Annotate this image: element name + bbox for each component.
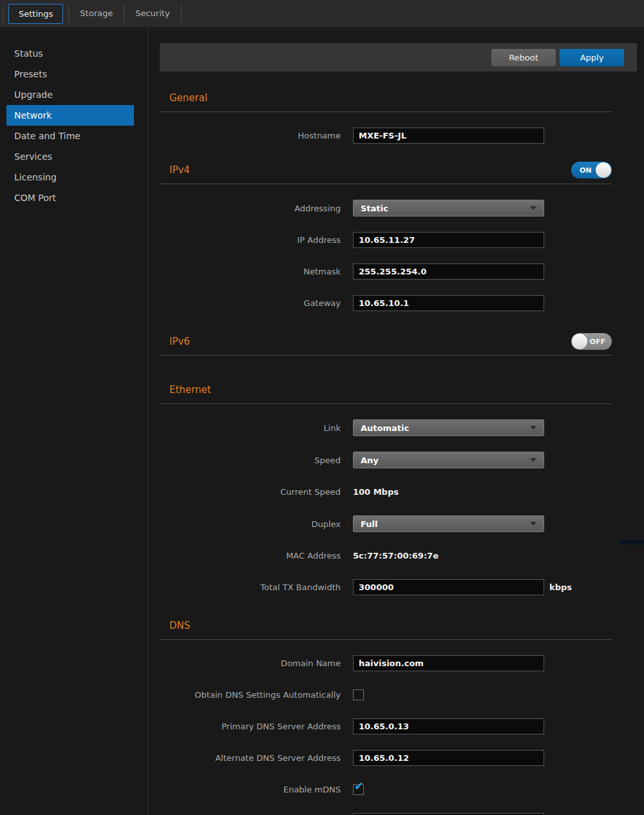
tab-settings-label: Settings: [19, 9, 53, 19]
duplex-label: Duplex: [160, 519, 341, 529]
sidebar-item-status[interactable]: Status: [0, 43, 134, 64]
domain-name-label: Domain Name: [160, 658, 341, 668]
current-speed-label: Current Speed: [160, 487, 341, 497]
addressing-label: Addressing: [160, 204, 341, 213]
addressing-select[interactable]: Static: [353, 200, 544, 216]
ipv4-toggle-state-label: ON: [580, 166, 592, 175]
sidebar-item-presets[interactable]: Presets: [0, 64, 134, 84]
tab-security-label: Security: [135, 8, 169, 18]
link-selected-value: Automatic: [361, 423, 530, 433]
sidebar-item-com-port[interactable]: COM Port: [0, 187, 134, 208]
top-tab-bar: Settings Storage Security: [0, 0, 644, 27]
apply-button[interactable]: Apply: [560, 49, 624, 66]
sidebar-item-licensing[interactable]: Licensing: [0, 167, 134, 187]
addressing-selected-value: Static: [361, 204, 530, 213]
checkmark-icon: ✔: [354, 780, 364, 792]
speed-row: Speed Any: [160, 452, 612, 468]
page-body: Status Presets Upgrade Network Date and …: [0, 27, 644, 815]
alternate-dns-input[interactable]: [353, 750, 544, 766]
sidebar-item-network[interactable]: Network: [6, 105, 134, 126]
chevron-down-icon: [530, 206, 536, 210]
section-ethernet: Ethernet Link Automatic Speed Any: [160, 381, 612, 595]
ipv6-toggle[interactable]: OFF: [571, 333, 612, 350]
hostname-row: Hostname: [160, 128, 612, 144]
mac-address-row: MAC Address 5c:77:57:00:69:7e: [160, 548, 612, 564]
total-tx-bandwidth-label: Total TX Bandwidth: [160, 582, 341, 592]
gateway-row: Gateway: [160, 295, 612, 311]
ipv4-toggle[interactable]: ON: [571, 162, 612, 178]
netmask-row: Netmask: [160, 264, 612, 280]
section-dns: DNS Domain Name Obtain DNS Settings Auto…: [160, 617, 612, 815]
sidebar-item-services[interactable]: Services: [0, 146, 134, 167]
domain-name-row: Domain Name: [160, 655, 612, 671]
link-label: Link: [160, 423, 341, 433]
ipv6-section-title: IPv6: [169, 336, 190, 347]
mac-address-value: 5c:77:57:00:69:7e: [353, 551, 439, 561]
primary-dns-input[interactable]: [353, 718, 544, 734]
app-root: Settings Storage Security Status Presets…: [0, 0, 644, 815]
toolbar: Reboot Apply: [160, 43, 637, 72]
alternate-dns-label: Alternate DNS Server Address: [160, 753, 341, 763]
ip-address-label: IP Address: [160, 235, 341, 245]
tab-settings[interactable]: Settings: [8, 4, 63, 24]
total-tx-bandwidth-input[interactable]: [353, 579, 544, 595]
obtain-dns-label: Obtain DNS Settings Automatically: [160, 690, 341, 700]
gateway-input[interactable]: [353, 295, 544, 311]
section-divider: [160, 111, 612, 112]
ip-address-input[interactable]: [353, 232, 544, 248]
speed-label: Speed: [160, 455, 341, 465]
netmask-label: Netmask: [160, 267, 341, 276]
link-row: Link Automatic: [160, 419, 612, 436]
domain-name-input[interactable]: [353, 655, 544, 671]
hostname-input[interactable]: [353, 128, 544, 144]
obtain-dns-checkbox[interactable]: [353, 689, 364, 700]
toggle-knob: [596, 162, 611, 178]
section-divider: [160, 184, 612, 184]
section-divider: [160, 403, 612, 404]
duplex-select[interactable]: Full: [353, 515, 544, 532]
netmask-input[interactable]: [353, 264, 544, 280]
scrollbar-thumb[interactable]: [620, 540, 644, 545]
sidebar-item-upgrade[interactable]: Upgrade: [0, 84, 134, 105]
link-select[interactable]: Automatic: [353, 419, 544, 436]
main-content: Reboot Apply General Hostname IPv4: [160, 27, 637, 815]
chevron-down-icon: [530, 458, 536, 462]
enable-mdns-row: Enable mDNS ✔: [160, 781, 612, 798]
sidebar-item-date-and-time[interactable]: Date and Time: [0, 126, 134, 146]
total-tx-bandwidth-unit: kbps: [549, 582, 572, 592]
chevron-down-icon: [530, 522, 536, 526]
section-divider: [160, 639, 612, 640]
enable-mdns-label: Enable mDNS: [160, 785, 341, 794]
speed-selected-value: Any: [361, 455, 530, 465]
toggle-knob: [572, 334, 587, 349]
section-divider: [160, 355, 612, 356]
duplex-row: Duplex Full: [160, 515, 612, 532]
ethernet-section-title: Ethernet: [169, 384, 211, 396]
duplex-selected-value: Full: [361, 519, 530, 529]
tab-storage-label: Storage: [80, 8, 113, 18]
enable-mdns-checkbox[interactable]: ✔: [353, 784, 364, 795]
obtain-dns-row: Obtain DNS Settings Automatically: [160, 687, 612, 703]
addressing-row: Addressing Static: [160, 200, 612, 216]
tab-security[interactable]: Security: [124, 0, 180, 27]
tab-storage[interactable]: Storage: [69, 0, 124, 27]
section-general: General Hostname: [160, 90, 612, 144]
chevron-down-icon: [530, 426, 536, 430]
ipv6-toggle-state-label: OFF: [590, 338, 605, 346]
primary-dns-label: Primary DNS Server Address: [160, 722, 341, 731]
tab-divider: [181, 5, 182, 23]
tab-divider: [3, 5, 3, 23]
current-speed-row: Current Speed 100 Mbps: [160, 484, 612, 500]
primary-dns-row: Primary DNS Server Address: [160, 718, 612, 734]
sidebar: Status Presets Upgrade Network Date and …: [0, 27, 148, 815]
mac-address-label: MAC Address: [160, 551, 341, 561]
ipv4-section-title: IPv4: [169, 164, 190, 176]
speed-select[interactable]: Any: [353, 452, 544, 468]
current-speed-value: 100 Mbps: [353, 487, 399, 497]
gateway-label: Gateway: [160, 298, 341, 308]
total-tx-bandwidth-row: Total TX Bandwidth kbps: [160, 579, 612, 595]
reboot-button[interactable]: Reboot: [491, 49, 556, 66]
section-ipv6: IPv6 OFF: [160, 333, 612, 356]
hostname-label: Hostname: [160, 131, 341, 140]
section-ipv4: IPv4 ON Addressing Static IP Address: [160, 162, 612, 311]
